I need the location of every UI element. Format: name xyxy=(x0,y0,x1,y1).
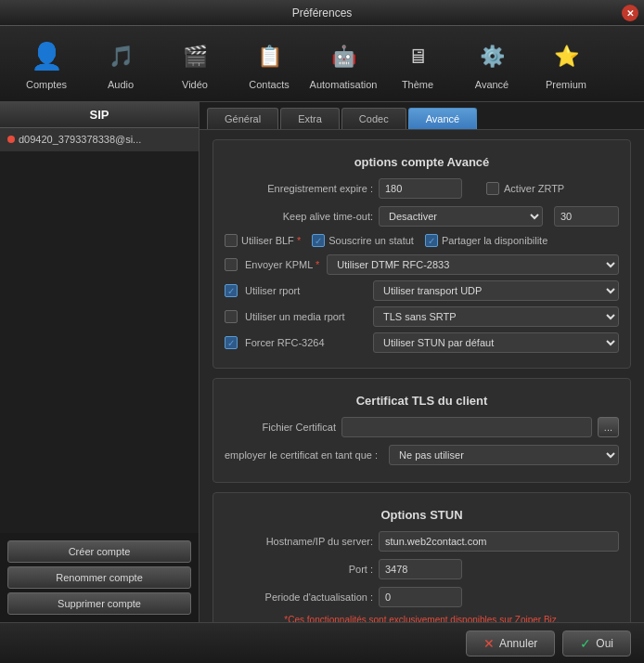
browse-button[interactable]: ... xyxy=(598,417,619,437)
employer-dropdown[interactable]: Ne pas utiliser Utiliser xyxy=(389,445,619,465)
contacts-icon: 📋 xyxy=(251,38,288,75)
cancel-icon: ✕ xyxy=(483,636,495,651)
automatisation-icon: 🤖 xyxy=(325,38,362,75)
utiliser-rport-checkbox[interactable] xyxy=(225,284,238,297)
premium-icon: ⭐ xyxy=(547,38,585,75)
stun-title: Options STUN xyxy=(225,508,619,522)
souscrire-label: Souscrire un statut xyxy=(328,235,414,246)
periode-input[interactable] xyxy=(379,587,462,607)
nav-premium-label: Premium xyxy=(546,79,586,90)
rename-account-button[interactable]: Renommer compte xyxy=(7,566,191,589)
close-button[interactable]: ✕ xyxy=(622,5,638,21)
nav-automatisation[interactable]: 🤖 Automatisation xyxy=(306,30,380,98)
nav-theme-label: Thème xyxy=(402,79,433,90)
cancel-button[interactable]: ✕ Annuler xyxy=(466,630,555,656)
forcer-rfc-checkbox[interactable] xyxy=(225,336,238,349)
account-options-title: options compte Avancé xyxy=(225,155,619,169)
sidebar-account-item[interactable]: d09420_3793378338@si... xyxy=(0,128,199,151)
utiliser-media-checkbox[interactable] xyxy=(225,310,238,323)
delete-account-button[interactable]: Supprimer compte xyxy=(7,592,191,615)
titlebar-title: Préférences xyxy=(292,6,353,20)
partager-checkbox[interactable] xyxy=(425,234,438,247)
activer-zrtp-label: Activer ZRTP xyxy=(504,183,564,194)
titlebar: Préférences ✕ xyxy=(0,0,644,26)
hostname-input[interactable] xyxy=(379,531,619,552)
periode-row: Periode d'actualisation : xyxy=(225,587,619,607)
port-input[interactable] xyxy=(379,559,462,579)
sidebar-header: SIP xyxy=(0,102,199,128)
utiliser-blf-label: Utiliser BLF * xyxy=(241,235,301,246)
keepalive-label: Keep alive time-out: xyxy=(225,211,373,222)
envoyer-kpml-dropdown[interactable]: Utiliser DTMF RFC-2833 Inband DTMF SIP I… xyxy=(327,254,619,275)
avance-icon: ⚙️ xyxy=(473,38,510,75)
theme-icon: 🖥 xyxy=(399,38,436,75)
utiliser-rport-dropdown[interactable]: Utiliser transport UDP Utiliser transpor… xyxy=(373,280,619,301)
account-options-section: options compte Avancé Enregistrement exp… xyxy=(213,139,631,369)
fichier-certificat-row: Fichier Certificat ... xyxy=(225,417,619,437)
tab-avance[interactable]: Avancé xyxy=(408,108,478,129)
nav-audio[interactable]: 🎵 Audio xyxy=(84,30,158,98)
enregistrement-label: Enregistrement expire : xyxy=(225,183,373,194)
souscrire-checkbox[interactable] xyxy=(312,234,325,247)
utiliser-blf-checkbox[interactable] xyxy=(225,234,238,247)
sidebar-buttons: Créer compte Renommer compte Supprimer c… xyxy=(0,533,199,622)
main: SIP d09420_3793378338@si... Créer compte… xyxy=(0,102,644,622)
nav-video-label: Vidéo xyxy=(182,79,208,90)
tab-general[interactable]: Général xyxy=(207,108,278,129)
tls-section: Certificat TLS du client Fichier Certifi… xyxy=(213,378,631,483)
nav-comptes-label: Comptes xyxy=(26,79,67,90)
nav-comptes[interactable]: 👤 Comptes xyxy=(9,30,84,98)
create-account-button[interactable]: Créer compte xyxy=(7,540,191,563)
tls-title: Certificat TLS du client xyxy=(225,394,619,408)
tab-extra[interactable]: Extra xyxy=(280,108,340,129)
video-icon: 🎬 xyxy=(176,38,213,75)
audio-icon: 🎵 xyxy=(102,38,139,75)
utiliser-rport-label: Utiliser rport xyxy=(245,285,366,296)
ok-button[interactable]: ✓ Oui xyxy=(562,630,631,656)
nav-audio-label: Audio xyxy=(108,79,134,90)
forcer-rfc-label: Forcer RFC-3264 xyxy=(245,337,366,348)
enregistrement-row: Enregistrement expire : Activer ZRTP xyxy=(225,178,619,199)
utiliser-media-rport-row: Utiliser un media rport TLS sans SRTP SR… xyxy=(225,306,619,327)
port-row: Port : xyxy=(225,559,619,579)
utiliser-media-dropdown[interactable]: TLS sans SRTP SRTP xyxy=(373,306,619,327)
hostname-row: Hostname/IP du server: xyxy=(225,531,619,552)
utiliser-rport-row: Utiliser rport Utiliser transport UDP Ut… xyxy=(225,280,619,301)
nav-premium[interactable]: ⭐ Premium xyxy=(529,30,603,98)
tab-codec[interactable]: Codec xyxy=(341,108,406,129)
keepalive-dropdown[interactable]: Desactiver Activer xyxy=(379,206,543,227)
nav-video[interactable]: 🎬 Vidéo xyxy=(158,30,232,98)
keepalive-row: Keep alive time-out: Desactiver Activer xyxy=(225,206,619,227)
envoyer-kpml-row: Envoyer KPML * Utiliser DTMF RFC-2833 In… xyxy=(225,254,619,275)
account-status-dot xyxy=(7,136,15,143)
nav-avance[interactable]: ⚙️ Avancé xyxy=(455,30,529,98)
periode-label: Periode d'actualisation : xyxy=(225,592,373,603)
cancel-label: Annuler xyxy=(499,637,537,650)
partager-label: Partager la disponibilite xyxy=(442,235,547,246)
content-area: options compte Avancé Enregistrement exp… xyxy=(200,130,644,622)
nav-theme[interactable]: 🖥 Thème xyxy=(380,30,455,98)
nav-contacts[interactable]: 📋 Contacts xyxy=(232,30,306,98)
utiliser-media-label: Utiliser un media rport xyxy=(245,311,366,322)
envoyer-kpml-checkbox[interactable] xyxy=(225,258,238,271)
topnav: 👤 Comptes 🎵 Audio 🎬 Vidéo 📋 Contacts 🤖 A… xyxy=(0,26,644,102)
activer-zrtp-checkbox[interactable] xyxy=(486,182,499,195)
stun-note: *Ces fonctionnalités sont exclusivement … xyxy=(225,615,619,622)
ok-icon: ✓ xyxy=(580,636,591,651)
port-label: Port : xyxy=(225,564,373,575)
fichier-certificat-input[interactable] xyxy=(341,417,592,437)
forcer-rfc-dropdown[interactable]: Utiliser STUN par défaut Ne pas utiliser… xyxy=(373,332,619,353)
keepalive-value-input[interactable] xyxy=(554,206,619,227)
nav-contacts-label: Contacts xyxy=(249,79,289,90)
sidebar: SIP d09420_3793378338@si... Créer compte… xyxy=(0,102,200,622)
checkboxes-row: Utiliser BLF * Souscrire un statut Parta… xyxy=(225,234,619,247)
bottom-bar: ✕ Annuler ✓ Oui xyxy=(0,622,644,663)
comptes-icon: 👤 xyxy=(28,38,65,75)
tabs: Général Extra Codec Avancé xyxy=(200,102,644,130)
stun-section: Options STUN Hostname/IP du server: Port… xyxy=(213,492,631,622)
nav-automatisation-label: Automatisation xyxy=(310,79,378,90)
sidebar-list: d09420_3793378338@si... xyxy=(0,128,199,533)
hostname-label: Hostname/IP du server: xyxy=(225,536,373,547)
enregistrement-input[interactable] xyxy=(379,178,462,199)
employer-row: employer le certificat en tant que : Ne … xyxy=(225,445,619,465)
